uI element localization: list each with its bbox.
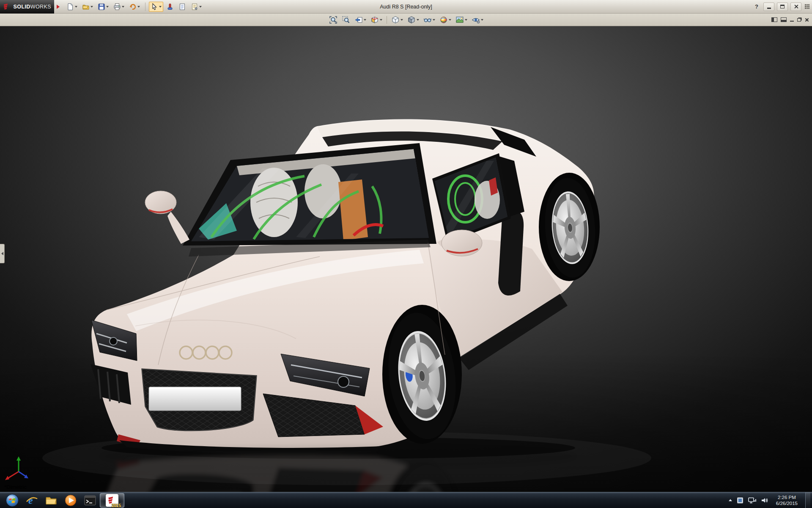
maximize-button[interactable] — [777, 3, 788, 11]
previous-view-button[interactable] — [353, 15, 368, 25]
pane-layout-left-icon[interactable] — [771, 17, 777, 22]
minimize-icon — [767, 8, 771, 9]
dropdown-caret-icon — [91, 6, 93, 8]
close-icon — [794, 4, 798, 9]
edit-appearance-icon — [439, 16, 448, 24]
open-document-button[interactable] — [80, 2, 95, 12]
zoom-to-fit-button[interactable] — [328, 15, 339, 25]
heads-up-toolbar-bar — [0, 14, 812, 26]
document-close-icon[interactable] — [804, 18, 809, 22]
zoom-to-fit-icon — [329, 16, 337, 24]
feature-manager-collapse-tab[interactable] — [0, 244, 5, 263]
folder-icon — [45, 494, 58, 507]
solidworks-logo: SOLIDWORKS — [0, 0, 54, 14]
taskbar-item-command-prompt[interactable] — [80, 493, 100, 508]
dropdown-caret-icon — [75, 6, 77, 8]
volume-icon[interactable] — [761, 497, 768, 504]
display-style-button[interactable] — [406, 15, 420, 25]
solidworks-logo-icon — [3, 3, 11, 11]
edit-appearance-button[interactable] — [438, 15, 453, 25]
start-button[interactable] — [3, 493, 22, 508]
pane-layout-bottom-icon[interactable] — [781, 17, 787, 22]
dropdown-caret-icon — [137, 6, 140, 8]
taskbar-clock[interactable]: 2:26 PM 6/26/2015 — [773, 494, 801, 506]
command-prompt-icon — [84, 494, 96, 507]
print-icon — [113, 3, 121, 11]
show-hidden-icons-button[interactable] — [729, 499, 732, 501]
svg-text:e: e — [28, 495, 33, 506]
open-folder-icon — [82, 3, 90, 11]
hide-show-items-icon — [423, 16, 432, 24]
layout-grid-icon[interactable] — [805, 4, 809, 9]
select-cursor-icon — [151, 3, 158, 11]
solidworks-year-badge: 2015 — [112, 503, 121, 508]
document-restore-icon[interactable] — [797, 18, 801, 22]
brand-text: SOLIDWORKS — [14, 4, 51, 10]
car-model[interactable] — [91, 119, 600, 459]
dropdown-caret-icon — [401, 19, 403, 21]
collapse-arrow-icon — [1, 252, 3, 255]
view-settings-icon — [472, 16, 480, 24]
title-bar: SOLIDWORKS — [0, 0, 812, 14]
save-icon — [98, 3, 105, 11]
license-plate — [149, 387, 241, 411]
orientation-triad-icon — [5, 456, 28, 480]
dropdown-caret-icon — [465, 19, 467, 21]
taskbar-item-solidworks[interactable]: 2015 — [100, 493, 124, 508]
print-button[interactable] — [112, 2, 126, 12]
dropdown-caret-icon — [433, 19, 435, 21]
dropdown-caret-icon — [106, 6, 109, 8]
dropdown-caret-icon — [364, 19, 366, 21]
clock-time: 2:26 PM — [778, 494, 796, 500]
system-tray: 2:26 PM 6/26/2015 — [729, 492, 812, 508]
hide-show-items-button[interactable] — [422, 15, 436, 25]
dropdown-caret-icon — [481, 19, 483, 21]
apply-scene-button[interactable] — [454, 15, 469, 25]
options-button[interactable] — [189, 2, 203, 12]
tray-app-icon[interactable] — [736, 497, 744, 504]
dropdown-caret-icon — [199, 6, 202, 8]
minimize-button[interactable] — [763, 3, 774, 11]
taskbar-item-media-player[interactable] — [61, 493, 80, 508]
taskbar-item-internet-explorer[interactable]: e — [22, 493, 41, 508]
view-orientation-icon — [391, 16, 400, 24]
apply-scene-icon — [455, 16, 464, 24]
new-document-button[interactable] — [65, 2, 79, 12]
view-orientation-button[interactable] — [390, 15, 404, 25]
select-cursor-button[interactable] — [149, 2, 163, 12]
options-icon — [191, 3, 198, 11]
save-button[interactable] — [96, 2, 110, 12]
file-properties-icon — [178, 3, 186, 11]
taskbar-item-explorer[interactable] — [41, 493, 61, 508]
help-button[interactable]: ? — [752, 3, 761, 10]
viewport-3d-scene[interactable] — [0, 26, 812, 492]
close-button[interactable] — [790, 3, 801, 11]
dropdown-caret-icon — [122, 6, 124, 8]
view-settings-button[interactable] — [470, 15, 485, 25]
network-icon[interactable] — [748, 497, 757, 504]
dropdown-caret-icon — [417, 19, 419, 21]
car-side-blade — [498, 210, 524, 295]
zoom-to-area-button[interactable] — [340, 15, 351, 25]
graphics-viewport[interactable]: *Dimetric — [0, 26, 812, 492]
selection-filter-button[interactable] — [165, 2, 176, 12]
solidworks-app-icon: 2015 — [106, 494, 118, 507]
document-minimize-icon[interactable] — [790, 21, 794, 22]
maximize-icon — [780, 5, 785, 8]
file-properties-button[interactable] — [177, 2, 188, 12]
new-document-icon — [66, 3, 74, 11]
window-controls: ? — [752, 3, 812, 11]
document-window-controls — [771, 17, 812, 22]
show-desktop-button[interactable] — [805, 492, 810, 508]
menu-expand-arrow-icon[interactable] — [57, 5, 60, 9]
undo-button[interactable] — [127, 2, 142, 12]
dropdown-caret-icon — [449, 19, 451, 21]
section-view-button[interactable] — [369, 15, 384, 25]
selection-filter-icon — [166, 3, 174, 11]
main-toolbar — [65, 2, 203, 12]
undo-icon — [129, 3, 137, 11]
internet-explorer-icon: e — [25, 494, 38, 507]
left-mirror — [145, 191, 189, 244]
front-grille — [142, 369, 256, 431]
toolbar-separator — [145, 3, 145, 11]
